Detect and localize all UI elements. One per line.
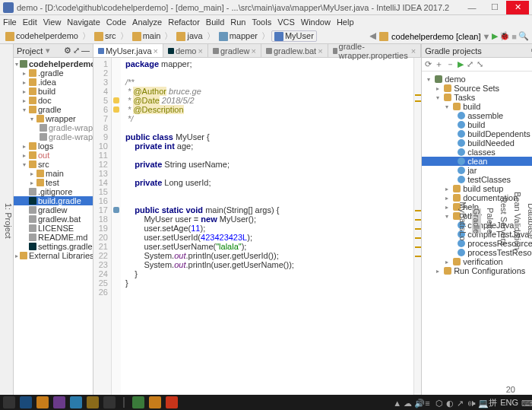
tool-bean[interactable]: Bean Validation [513,192,522,249]
menu-view[interactable]: View [43,17,62,27]
minimize-button[interactable]: — [461,1,483,14]
taskbar-app-icon[interactable] [103,396,116,408]
breadcrumb-root[interactable]: codehelperdemo [3,30,81,42]
tray-icon[interactable]: 🕪 [467,399,475,406]
plus-icon[interactable]: ＋ [435,59,443,70]
tab-gradlew[interactable]: gradlew× [208,44,261,57]
search-icon[interactable]: 🔍 [518,31,529,41]
libraries-icon [20,252,27,259]
ime-indicator[interactable]: 拼 [489,397,497,408]
minus-icon[interactable]: － [446,59,454,70]
menu-refactor[interactable]: Refactor [168,17,200,27]
menu-file[interactable]: File [3,17,17,27]
tab-gradlewbat[interactable]: gradlew.bat× [261,44,328,57]
tool-database[interactable]: Database [527,203,532,239]
menu-code[interactable]: Code [106,17,126,27]
task-icon [458,130,465,138]
taskbar-app-icon[interactable] [20,396,32,408]
error-stripe[interactable] [413,58,421,395]
taskbar-app-icon[interactable] [132,396,144,408]
code-area[interactable]: 1234567891011121314151617181920212223242… [93,58,421,395]
maximize-button[interactable]: ☐ [483,1,506,14]
tray-icon[interactable]: ▲ [393,399,401,406]
expand-icon[interactable]: ⤢ [467,59,473,69]
warning-mark-icon[interactable] [113,106,119,113]
taskbar-app-icon[interactable] [53,396,65,408]
menu-help[interactable]: Help [337,17,354,27]
gear-icon[interactable]: ⚙ [64,46,71,56]
run-config-selector[interactable]: codehelperdemo [clean] [391,32,480,41]
menu-edit[interactable]: Edit [23,17,37,27]
menu-tools[interactable]: Tools [252,17,271,27]
collapse-icon[interactable]: ⤢ [73,46,80,56]
tray-icon[interactable]: ⌨ [521,399,529,406]
project-panel-header: Project▾ ⚙ ⤢ — [14,44,93,58]
refresh-icon[interactable]: ⟳ [425,59,432,69]
menu-run[interactable]: Run [230,17,245,27]
gradle-icon [168,48,174,54]
menu-navigate[interactable]: Navigate [67,17,100,27]
hide-icon[interactable]: — [81,46,90,56]
file-icon [29,234,36,241]
run-icon[interactable]: ▶ [458,59,464,69]
task-icon [458,121,465,129]
system-tray[interactable]: ▲ ☁ 🔊 ≡ ⬡ ◐ ↗ 🕪 💻 拼 ENG ⌨ [393,397,529,408]
tool-mybatis[interactable]: MyBatisLo [458,202,467,240]
stop-icon[interactable]: ■ [511,32,517,41]
tray-icon[interactable]: ⬡ [435,399,443,406]
menu-analyze[interactable]: Analyze [132,17,162,27]
menu-build[interactable]: Build [206,17,224,27]
tab-props[interactable]: gradle-wrapper.properties× [328,44,422,57]
taskbar-app-icon[interactable] [3,396,15,408]
breadcrumb-java[interactable]: java [174,30,204,42]
tool-rest[interactable]: Rest Servers [499,197,508,246]
folder-icon [453,194,461,202]
folder-icon [453,103,461,110]
editor: MyUser.java× demo× gradlew× gradlew.bat×… [93,44,422,395]
tray-icon[interactable]: ◐ [446,399,454,406]
status-text: 20 [506,385,515,394]
tray-icon[interactable]: 🔊 [414,399,422,406]
close-button[interactable]: ✕ [506,1,529,14]
collapse-icon[interactable]: ⤡ [477,59,483,69]
tree-item-selected[interactable]: build.gradle [14,196,93,205]
tool-project[interactable]: 1: Project [4,203,13,238]
tray-icon[interactable]: ☁ [404,399,411,406]
run-mark-icon[interactable] [113,207,119,213]
breadcrumb-src[interactable]: src [92,30,119,42]
file-icon [333,48,337,54]
taskbar-app-icon[interactable] [36,396,49,408]
breadcrumb-file[interactable]: MyUser [271,30,317,42]
task-icon [458,240,465,247]
folder-icon [176,32,185,41]
statusbar-right: 20 [503,384,518,395]
line-gutter: 1234567891011121314151617181920212223242… [93,58,112,395]
menu-vcs[interactable]: VCS [277,17,295,27]
lang-indicator[interactable]: ENG [500,398,518,407]
taskbar-app-icon[interactable] [87,396,99,408]
nav-arrow-left-icon[interactable]: ⯇ [369,32,378,41]
code-content[interactable]: package mapper; /** * @Author bruce.ge *… [121,58,413,395]
debug-icon[interactable]: 🐞 [499,31,510,41]
project-tree[interactable]: ▾codehelperdemo [demo] ▸.gradle ▸.idea ▸… [14,58,93,395]
taskbar-app-icon[interactable] [149,396,161,408]
breadcrumb-mapper[interactable]: mapper [217,30,260,42]
tab-myuser[interactable]: MyUser.java× [93,44,163,57]
taskbar-app-icon[interactable] [166,396,178,408]
file-icon [29,188,36,195]
close-icon[interactable]: × [154,46,158,56]
tray-icon[interactable]: ≡ [425,399,432,406]
tool-palette[interactable]: Palette [486,208,495,234]
tray-icon[interactable]: 💻 [478,399,486,406]
gradle-task-selected[interactable]: clean [422,157,532,166]
taskbar-app-icon[interactable] [70,396,82,408]
breadcrumb-main[interactable]: main [130,30,163,42]
tool-gradle[interactable]: Gradle [472,208,481,234]
run-icon[interactable]: ▶ [492,31,498,41]
tray-icon[interactable]: ↗ [457,399,464,406]
menu-window[interactable]: Window [301,17,331,27]
warning-mark-icon[interactable] [113,97,119,103]
gutter-marks [112,58,121,395]
gradle-icon [29,243,36,250]
tab-demo[interactable]: demo× [163,44,208,57]
